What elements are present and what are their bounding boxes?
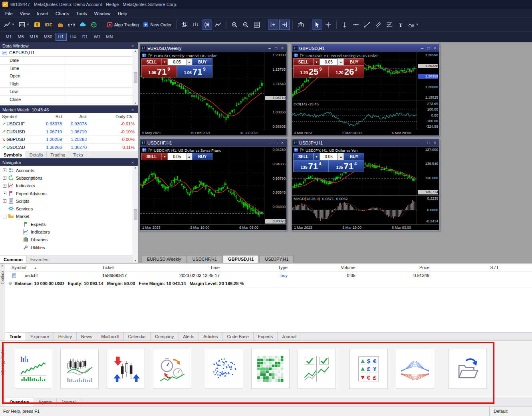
timeframe-button[interactable]: D1 xyxy=(79,33,91,41)
menu-item[interactable]: Insert xyxy=(33,10,52,17)
menu-item[interactable]: Tools xyxy=(73,10,91,17)
sell-price-button[interactable]: 1.20259 xyxy=(293,65,329,77)
crosshair-button[interactable] xyxy=(323,20,333,30)
chart-profile-button[interactable]: ▼ xyxy=(2,20,16,30)
toolbox-tab[interactable]: Alerts xyxy=(179,333,199,341)
volume-input[interactable] xyxy=(320,153,338,160)
navigator-item[interactable]: + Expert Advisors xyxy=(0,190,133,197)
buy-button[interactable]: BUY xyxy=(344,58,364,65)
market-button[interactable] xyxy=(55,20,66,30)
tree-expand-toggle[interactable]: - xyxy=(3,215,6,218)
close-icon[interactable]: × xyxy=(130,107,135,112)
toolbox-tab[interactable]: Exposure xyxy=(26,333,54,341)
navigator-item[interactable]: + Subscriptions xyxy=(0,174,133,182)
market-watch-tab[interactable]: Symbols xyxy=(0,151,26,158)
timeframe-button[interactable]: M30 xyxy=(41,33,54,41)
trade-table-header[interactable]: Symbol ▲ Ticket Time Type Volume Price S… xyxy=(5,263,532,271)
tile-optimization-scatter[interactable] xyxy=(205,349,243,389)
market-watch-row[interactable]: EURUSD 1.06719 1.06719 -0.10% xyxy=(0,128,138,136)
tree-expand-toggle[interactable]: + xyxy=(3,199,6,203)
fibonacci-button[interactable] xyxy=(384,20,395,30)
timeframe-button[interactable]: M5 xyxy=(15,33,26,41)
buy-price-button[interactable]: 1.06719 xyxy=(177,65,212,77)
sell-price-button[interactable]: 1.06719 xyxy=(141,65,177,77)
order-options-dropdown[interactable]: ▼ xyxy=(314,153,320,160)
market-watch-tab[interactable]: Details xyxy=(26,151,47,158)
zoom-out-button[interactable] xyxy=(240,20,251,30)
menu-item[interactable]: File xyxy=(2,10,16,17)
maximize-button[interactable]: □ xyxy=(426,46,431,50)
timeframe-button[interactable]: M1 xyxy=(3,33,14,41)
chart-window-titlebar[interactable]: USDCHF,H1 –□× xyxy=(140,139,287,147)
scroll-up-icon[interactable]: ▲ xyxy=(134,166,137,169)
tile-multicurrency[interactable]: $€£¥€£ xyxy=(349,349,388,389)
column-bid[interactable]: Bid xyxy=(38,114,64,119)
zoom-in-button[interactable] xyxy=(229,20,240,30)
chart-window-titlebar[interactable]: GBPUSD,H1 –□× xyxy=(292,44,439,52)
expand-icon[interactable]: ⊕ xyxy=(8,281,12,286)
timeframe-button[interactable]: W1 xyxy=(91,33,103,41)
tree-expand-toggle[interactable]: + xyxy=(3,192,6,195)
price-scale[interactable]: 1.200301.157851.115401.067191.030500.988… xyxy=(264,52,286,130)
menu-item[interactable]: Help xyxy=(114,10,131,17)
data-window-symbol-row[interactable]: GBPUSD,H1 xyxy=(0,49,133,57)
channel-button[interactable] xyxy=(373,20,383,30)
sell-button[interactable]: SELL xyxy=(293,58,314,65)
menu-item[interactable]: View xyxy=(16,10,34,17)
algo-trading-button[interactable]: Algo Trading xyxy=(105,20,141,30)
market-watch-column-headers[interactable]: Symbol Bid Ask Daily Ch... xyxy=(0,113,138,120)
tree-expand-toggle[interactable]: + xyxy=(3,176,6,180)
toolbox-tab[interactable]: Company xyxy=(151,333,179,341)
trendline-button[interactable] xyxy=(362,20,372,30)
market-watch-row[interactable]: GBPUSD 1.20259 1.20263 -0.00% xyxy=(0,136,138,144)
time-axis[interactable]: 1 Mar 20232 Mar 19:006 Mar 03:00 xyxy=(292,224,439,230)
timeframe-button[interactable]: H1 xyxy=(56,33,67,41)
scrollbar[interactable]: ▲ ▼ xyxy=(133,49,138,105)
chart-window-usdchf[interactable]: USDCHF,H1 –□× 0.942800.940350.937900.935… xyxy=(139,139,287,231)
column-ask[interactable]: Ask xyxy=(64,114,89,119)
tester-tab[interactable]: Journal xyxy=(57,398,80,406)
order-options-dropdown[interactable]: ▼ xyxy=(314,58,320,65)
close-button[interactable]: × xyxy=(432,141,438,145)
column-symbol[interactable]: Symbol ▲ xyxy=(5,265,99,270)
toolbox-tab[interactable]: Calendar xyxy=(124,333,151,341)
buy-price-button[interactable]: 135714 xyxy=(329,160,364,172)
chart-tab[interactable]: GBPUSD,H1 xyxy=(223,255,259,263)
one-click-toggle-icon[interactable] xyxy=(148,53,153,58)
sell-button[interactable]: SELL xyxy=(141,58,162,65)
close-button[interactable]: × xyxy=(280,46,285,50)
vertical-line-button[interactable] xyxy=(339,20,350,30)
column-daily-change[interactable]: Daily Ch... xyxy=(89,114,138,119)
tester-tab[interactable]: Overview xyxy=(5,398,34,406)
minimize-button[interactable]: – xyxy=(267,141,272,145)
horizontal-line-button[interactable] xyxy=(351,20,361,30)
time-axis[interactable]: 3 Mar 20236 Mar 04:006 Mar 20:00 xyxy=(292,130,439,135)
navigator-tab[interactable]: Common xyxy=(0,256,27,263)
tile-open-report[interactable] xyxy=(449,349,487,389)
close-icon[interactable]: × xyxy=(1,263,3,268)
sell-price-button[interactable]: 135714 xyxy=(293,160,329,172)
toolbox-tab[interactable]: Journal xyxy=(278,333,301,341)
price-scale[interactable]: 0.942800.940350.937900.935450.933000.930… xyxy=(264,147,286,224)
open-position-row[interactable]: usdchf 1586890817 2023.02.03 13:45:17 bu… xyxy=(5,271,532,279)
tile-trade-signals[interactable] xyxy=(107,349,145,389)
column-ticket[interactable]: Ticket xyxy=(99,265,159,270)
tile-windows-button[interactable] xyxy=(252,20,262,30)
window-titlebar[interactable]: 66109447 - MetaQuotes-Demo: Demo Account… xyxy=(0,0,532,9)
bar-chart-button[interactable] xyxy=(191,20,201,30)
menu-item[interactable]: Window xyxy=(91,10,114,17)
scroll-up-icon[interactable]: ▲ xyxy=(134,50,137,53)
scroll-down-icon[interactable]: ▼ xyxy=(134,102,137,105)
chart-tab[interactable]: EURUSD,Weekly xyxy=(142,255,186,263)
data-window-header[interactable]: Data Window × xyxy=(0,42,138,49)
navigator-item[interactable]: + Indicators xyxy=(0,182,133,190)
menu-item[interactable]: Charts xyxy=(52,10,73,17)
one-click-toggle-icon[interactable] xyxy=(300,53,304,58)
order-options-dropdown[interactable]: ▼ xyxy=(162,58,168,65)
one-click-toggle-icon[interactable] xyxy=(300,148,304,153)
chart-tab[interactable]: USDJPY,H1 xyxy=(260,255,294,263)
new-window-button[interactable] xyxy=(179,20,190,30)
tester-tab[interactable]: Agents xyxy=(34,398,57,406)
account-balance-row[interactable]: ⊕ Balance: 10 000.00 USD Equity: 10 093.… xyxy=(5,279,532,287)
indicator-scale[interactable]: 0.22380.0000-0.2414 xyxy=(417,196,439,224)
